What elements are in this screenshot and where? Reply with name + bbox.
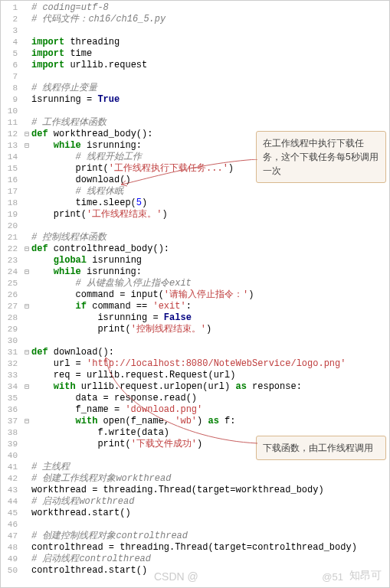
code-line: import urllib.request bbox=[31, 60, 389, 71]
code-editor: 1# coding=utf-8 2# 代码文件：ch16/ch16_5.py 3… bbox=[1, 1, 389, 578]
code-line: if command == 'exit': bbox=[31, 301, 389, 312]
watermark: 知昂可 bbox=[349, 569, 382, 583]
code-line: # 启动线程workthread bbox=[31, 496, 389, 508]
watermark: @51 bbox=[322, 571, 343, 583]
code-line: # 创建控制线程对象controlthread bbox=[31, 531, 389, 542]
code-line: print('工作线程结束。') bbox=[31, 209, 389, 220]
code-line: isrunning = True bbox=[31, 94, 389, 106]
code-line: # 创建工作线程对象workthread bbox=[31, 473, 389, 485]
code-line: data = response.read() bbox=[31, 393, 389, 404]
code-line: workthread.start() bbox=[31, 508, 389, 519]
annotation-callout: 在工作线程中执行下载任务，这个下载任务每5秒调用一次 bbox=[256, 131, 386, 183]
code-line: url = 'http://localhost:8080/NoteWebServ… bbox=[31, 358, 389, 370]
code-line: global isrunning bbox=[31, 255, 389, 266]
code-line: f_name = 'download.png' bbox=[31, 404, 389, 416]
code-line: req = urllib.request.Request(url) bbox=[31, 370, 389, 381]
code-line: import threading bbox=[31, 37, 389, 48]
code-line: def controlthread_body(): bbox=[31, 243, 389, 255]
code-line: time.sleep(5) bbox=[31, 198, 389, 209]
code-line: # coding=utf-8 bbox=[31, 2, 389, 14]
code-line: # 从键盘输入停止指令exit bbox=[31, 278, 389, 289]
code-line bbox=[31, 25, 389, 37]
code-line: with urllib.request.urlopen(url) as resp… bbox=[31, 381, 389, 393]
code-line: def download(): bbox=[31, 347, 389, 358]
code-line: isrunning = False bbox=[31, 312, 389, 324]
code-line: controlthread = threading.Thread(target=… bbox=[31, 542, 389, 554]
code-line: # 线程停止变量 bbox=[31, 83, 389, 94]
code-line: import time bbox=[31, 48, 389, 60]
code-line: # 代码文件：ch16/ch16_5.py bbox=[31, 14, 389, 25]
annotation-callout: 下载函数，由工作线程调用 bbox=[256, 436, 386, 460]
code-line: while isrunning: bbox=[31, 266, 389, 278]
code-line: workthread = threading.Thread(target=wor… bbox=[31, 485, 389, 496]
watermark: CSDN @ bbox=[154, 570, 198, 583]
code-line: print('控制线程结束。') bbox=[31, 324, 389, 335]
code-line: command = input('请输入停止指令：') bbox=[31, 289, 389, 301]
code-line: with open(f_name, 'wb') as f: bbox=[31, 416, 389, 427]
code-line: # 启动线程controlthread bbox=[31, 554, 389, 565]
code-line: # 线程休眠 bbox=[31, 186, 389, 198]
code-line: # 控制线程体函数 bbox=[31, 232, 389, 243]
code-line: # 主线程 bbox=[31, 462, 389, 473]
code-line: # 工作线程体函数 bbox=[31, 117, 389, 129]
